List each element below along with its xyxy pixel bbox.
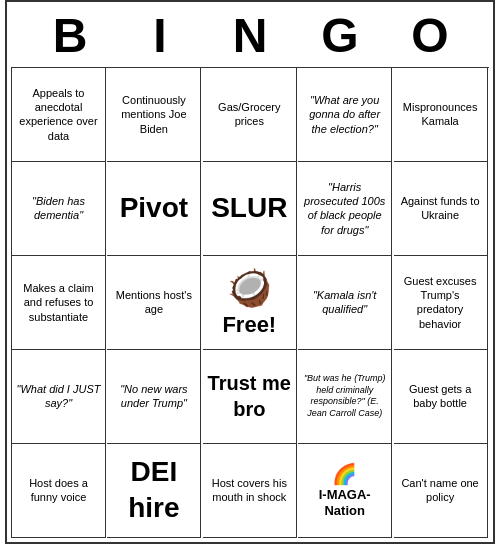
free-label: Free! [222, 311, 276, 340]
cell-r1c5[interactable]: Mispronounces Kamala [394, 68, 488, 162]
cell-text: "But was he (Trump) held criminally resp… [302, 373, 387, 420]
cell-r5c3[interactable]: Host covers his mouth in shock [203, 444, 297, 538]
letter-o: O [385, 6, 475, 67]
cell-r2c3[interactable]: SLUR [203, 162, 297, 256]
cell-text: Trust me bro [207, 370, 292, 422]
cell-r1c2[interactable]: Continuously mentions Joe Biden [107, 68, 201, 162]
cell-r3c4[interactable]: "Kamala isn't qualified" [298, 256, 392, 350]
cell-text: Continuously mentions Joe Biden [111, 93, 196, 136]
letter-b: B [25, 6, 115, 67]
cell-r3c2[interactable]: Mentions host's age [107, 256, 201, 350]
rainbow-icon: 🌈 [332, 461, 357, 487]
cell-r2c1[interactable]: "Biden has dementia" [12, 162, 106, 256]
cell-r3c3-free[interactable]: 🥥 Free! [203, 256, 297, 350]
cell-text: "No new wars under Trump" [111, 382, 196, 411]
cell-r2c5[interactable]: Against funds to Ukraine [394, 162, 488, 256]
cell-text: Can't name one policy [398, 476, 483, 505]
bingo-header: B I N G O [11, 6, 489, 67]
cell-r4c2[interactable]: "No new wars under Trump" [107, 350, 201, 444]
bingo-card: B I N G O Appeals to anecdotal experienc… [5, 0, 495, 544]
cell-text: Gas/Grocery prices [207, 100, 292, 129]
cell-text: SLUR [211, 190, 287, 226]
cell-r3c5[interactable]: Guest excuses Trump's predatory behavior [394, 256, 488, 350]
letter-g: G [295, 6, 385, 67]
cell-r2c2[interactable]: Pivot [107, 162, 201, 256]
cell-r4c3[interactable]: Trust me bro [203, 350, 297, 444]
cell-text: Guest excuses Trump's predatory behavior [398, 274, 483, 331]
cell-r4c5[interactable]: Guest gets a baby bottle [394, 350, 488, 444]
cell-text: Mispronounces Kamala [398, 100, 483, 129]
cell-r5c5[interactable]: Can't name one policy [394, 444, 488, 538]
cell-text: Against funds to Ukraine [398, 194, 483, 223]
cell-r1c3[interactable]: Gas/Grocery prices [203, 68, 297, 162]
cell-text: Mentions host's age [111, 288, 196, 317]
cell-text: "What did I JUST say?" [16, 382, 101, 411]
cell-text: Guest gets a baby bottle [398, 382, 483, 411]
cell-r4c4[interactable]: "But was he (Trump) held criminally resp… [298, 350, 392, 444]
cell-text: Host covers his mouth in shock [207, 476, 292, 505]
cell-text: Pivot [120, 190, 188, 226]
cell-text: "Kamala isn't qualified" [302, 288, 387, 317]
cell-text: Makes a claim and refuses to substantiat… [16, 281, 101, 324]
letter-i: I [115, 6, 205, 67]
cell-r5c1[interactable]: Host does a funny voice [12, 444, 106, 538]
cell-r4c1[interactable]: "What did I JUST say?" [12, 350, 106, 444]
cell-r5c4[interactable]: 🌈 I-MAGA-Nation [298, 444, 392, 538]
cell-text: Host does a funny voice [16, 476, 101, 505]
coconut-icon: 🥥 [227, 265, 272, 312]
letter-n: N [205, 6, 295, 67]
cell-text: DEI hire [111, 454, 196, 527]
cell-text: Appeals to anecdotal experience over dat… [16, 86, 101, 143]
cell-r5c2[interactable]: DEI hire [107, 444, 201, 538]
cell-r1c4[interactable]: "What are you gonna do after the electio… [298, 68, 392, 162]
cell-text: I-MAGA-Nation [302, 487, 387, 521]
cell-r2c4[interactable]: "Harris prosecuted 100s of black people … [298, 162, 392, 256]
cell-text: "Biden has dementia" [16, 194, 101, 223]
bingo-grid: Appeals to anecdotal experience over dat… [11, 67, 489, 538]
cell-r3c1[interactable]: Makes a claim and refuses to substantiat… [12, 256, 106, 350]
cell-text: "Harris prosecuted 100s of black people … [302, 180, 387, 237]
cell-text: "What are you gonna do after the electio… [302, 93, 387, 136]
cell-r1c1[interactable]: Appeals to anecdotal experience over dat… [12, 68, 106, 162]
